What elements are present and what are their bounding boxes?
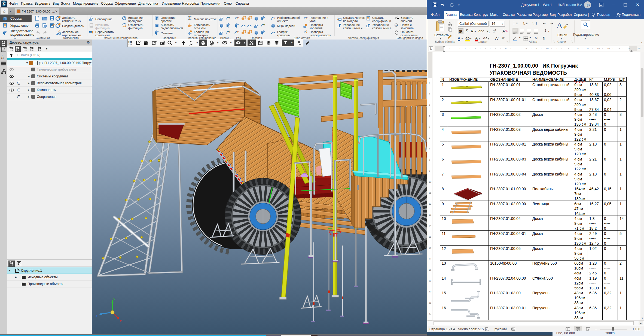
svg-text:?: ? xyxy=(263,23,265,27)
svg-text:?: ? xyxy=(306,30,307,33)
svg-text:?: ? xyxy=(237,16,239,20)
svg-text:?: ? xyxy=(306,16,308,20)
svg-text:x: x xyxy=(120,319,122,323)
svg-text:?: ? xyxy=(228,16,230,20)
svg-text:?: ? xyxy=(237,31,239,34)
svg-text:?: ? xyxy=(274,16,276,20)
svg-text:x: x xyxy=(486,328,487,331)
svg-text:z: z xyxy=(96,313,97,317)
svg-text:y: y xyxy=(113,297,115,301)
svg-text:АВ: АВ xyxy=(395,24,398,27)
svg-text:?: ? xyxy=(228,31,230,34)
